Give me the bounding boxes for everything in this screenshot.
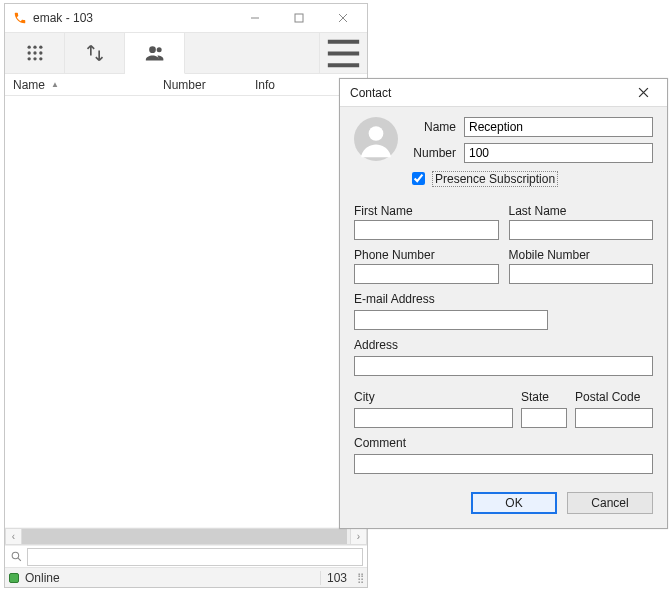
email-label: E-mail Address <box>354 292 653 306</box>
svg-point-11 <box>156 47 161 52</box>
dialog-title: Contact <box>350 86 391 100</box>
svg-point-1 <box>27 46 30 49</box>
minimize-button[interactable] <box>233 5 277 31</box>
contact-list[interactable] <box>5 96 367 527</box>
main-window: emak - 103 Name ▲ Number Info ‹ › <box>4 3 368 588</box>
avatar-icon <box>354 117 398 161</box>
svg-point-10 <box>149 46 156 53</box>
column-headers: Name ▲ Number Info <box>5 74 367 96</box>
postal-label: Postal Code <box>575 390 653 404</box>
address-label: Address <box>354 338 653 352</box>
sort-asc-icon: ▲ <box>51 80 59 89</box>
presence-indicator-icon <box>9 573 19 583</box>
svg-point-5 <box>33 51 36 54</box>
state-label: State <box>521 390 567 404</box>
cancel-button[interactable]: Cancel <box>567 492 653 514</box>
svg-point-12 <box>12 552 19 559</box>
scroll-thumb[interactable] <box>22 529 347 544</box>
status-text: Online <box>25 571 60 585</box>
column-number[interactable]: Number <box>163 78 255 92</box>
comment-label: Comment <box>354 436 653 450</box>
svg-rect-0 <box>295 14 303 22</box>
mobile-label: Mobile Number <box>509 248 654 262</box>
state-field[interactable] <box>521 408 567 428</box>
dialog-body: Name Number Presence Subscription First … <box>340 107 667 528</box>
contacts-tab[interactable] <box>125 33 185 74</box>
svg-point-7 <box>27 57 30 60</box>
app-icon <box>13 11 27 25</box>
svg-point-9 <box>39 57 42 60</box>
ok-button[interactable]: OK <box>471 492 557 514</box>
dialog-title-bar: Contact <box>340 79 667 107</box>
resize-grip-icon[interactable]: ⣿ <box>353 572 363 583</box>
main-toolbar <box>5 32 367 74</box>
svg-point-6 <box>39 51 42 54</box>
last-name-field[interactable] <box>509 220 654 240</box>
dialog-close-button[interactable] <box>623 81 663 105</box>
horizontal-scrollbar[interactable]: ‹ › <box>5 527 367 545</box>
column-name[interactable]: Name ▲ <box>13 78 163 92</box>
svg-point-2 <box>33 46 36 49</box>
search-input[interactable] <box>27 548 363 566</box>
svg-point-14 <box>369 126 384 141</box>
column-name-label: Name <box>13 78 45 92</box>
comment-field[interactable] <box>354 454 653 474</box>
name-field[interactable] <box>464 117 653 137</box>
title-bar: emak - 103 <box>5 4 367 32</box>
address-field[interactable] <box>354 356 653 376</box>
scroll-right-icon[interactable]: › <box>350 528 367 545</box>
contact-dialog: Contact Name Number Presen <box>339 78 668 529</box>
svg-point-8 <box>33 57 36 60</box>
number-field[interactable] <box>464 143 653 163</box>
svg-point-4 <box>27 51 30 54</box>
dialpad-tab[interactable] <box>5 33 65 73</box>
presence-label: Presence Subscription <box>432 171 558 187</box>
postal-field[interactable] <box>575 408 653 428</box>
last-name-label: Last Name <box>509 204 654 218</box>
number-label: Number <box>408 146 456 160</box>
city-label: City <box>354 390 513 404</box>
transfer-tab[interactable] <box>65 33 125 73</box>
search-row <box>5 545 367 567</box>
phone-label: Phone Number <box>354 248 499 262</box>
search-icon <box>9 550 23 563</box>
scroll-left-icon[interactable]: ‹ <box>5 528 22 545</box>
first-name-field[interactable] <box>354 220 499 240</box>
menu-button[interactable] <box>319 33 367 73</box>
presence-checkbox[interactable] <box>412 172 425 185</box>
city-field[interactable] <box>354 408 513 428</box>
window-title: emak - 103 <box>33 11 93 25</box>
close-button[interactable] <box>321 5 365 31</box>
phone-field[interactable] <box>354 264 499 284</box>
extension-number: 103 <box>320 571 353 585</box>
scroll-track[interactable] <box>22 528 350 545</box>
first-name-label: First Name <box>354 204 499 218</box>
name-label: Name <box>408 120 456 134</box>
svg-point-3 <box>39 46 42 49</box>
email-field[interactable] <box>354 310 548 330</box>
mobile-field[interactable] <box>509 264 654 284</box>
maximize-button[interactable] <box>277 5 321 31</box>
status-bar: Online 103 ⣿ <box>5 567 367 587</box>
